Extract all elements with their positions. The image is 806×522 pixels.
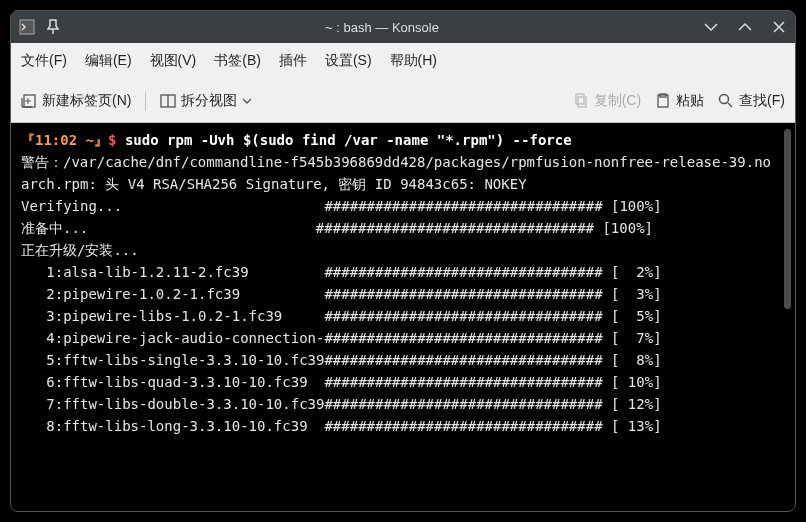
window-title: ~ : bash — Konsole: [61, 20, 703, 35]
titlebar[interactable]: ~ : bash — Konsole: [11, 11, 795, 43]
konsole-window: ~ : bash — Konsole 文件(F) 编辑(E) 视图(V) 书签(…: [10, 10, 796, 512]
menu-file[interactable]: 文件(F): [21, 52, 67, 70]
toolbar: 新建标签页(N) 拆分视图 复制(C) 粘贴 查找(F): [11, 79, 795, 123]
menubar: 文件(F) 编辑(E) 视图(V) 书签(B) 插件 设置(S) 帮助(H): [11, 43, 795, 79]
menu-settings[interactable]: 设置(S): [325, 52, 372, 70]
svg-line-15: [728, 103, 732, 107]
terminal-content: 『11:02 ~』$ sudo rpm -Uvh $(sudo find /va…: [11, 123, 795, 443]
app-icon: [19, 19, 35, 35]
split-view-label: 拆分视图: [181, 92, 237, 110]
menu-edit[interactable]: 编辑(E): [85, 52, 132, 70]
svg-rect-0: [20, 20, 34, 34]
copy-button: 复制(C): [573, 92, 641, 110]
paste-button[interactable]: 粘贴: [655, 92, 704, 110]
scrollbar[interactable]: [784, 129, 791, 309]
paste-label: 粘贴: [676, 92, 704, 110]
minimize-button[interactable]: [703, 19, 719, 35]
find-button[interactable]: 查找(F): [718, 92, 785, 110]
menu-plugins[interactable]: 插件: [279, 52, 307, 70]
svg-rect-10: [576, 94, 584, 104]
copy-label: 复制(C): [594, 92, 641, 110]
new-tab-label: 新建标签页(N): [42, 92, 131, 110]
svg-point-14: [720, 94, 729, 103]
find-label: 查找(F): [739, 92, 785, 110]
terminal-area[interactable]: 『11:02 ~』$ sudo rpm -Uvh $(sudo find /va…: [11, 123, 795, 511]
menu-view[interactable]: 视图(V): [150, 52, 197, 70]
toolbar-separator: [145, 91, 146, 111]
pin-icon[interactable]: [45, 19, 61, 35]
menu-help[interactable]: 帮助(H): [390, 52, 437, 70]
new-tab-button[interactable]: 新建标签页(N): [21, 92, 131, 110]
split-view-button[interactable]: 拆分视图: [160, 92, 252, 110]
maximize-button[interactable]: [737, 19, 753, 35]
close-button[interactable]: [771, 19, 787, 35]
menu-bookmarks[interactable]: 书签(B): [214, 52, 261, 70]
svg-rect-11: [578, 97, 586, 107]
